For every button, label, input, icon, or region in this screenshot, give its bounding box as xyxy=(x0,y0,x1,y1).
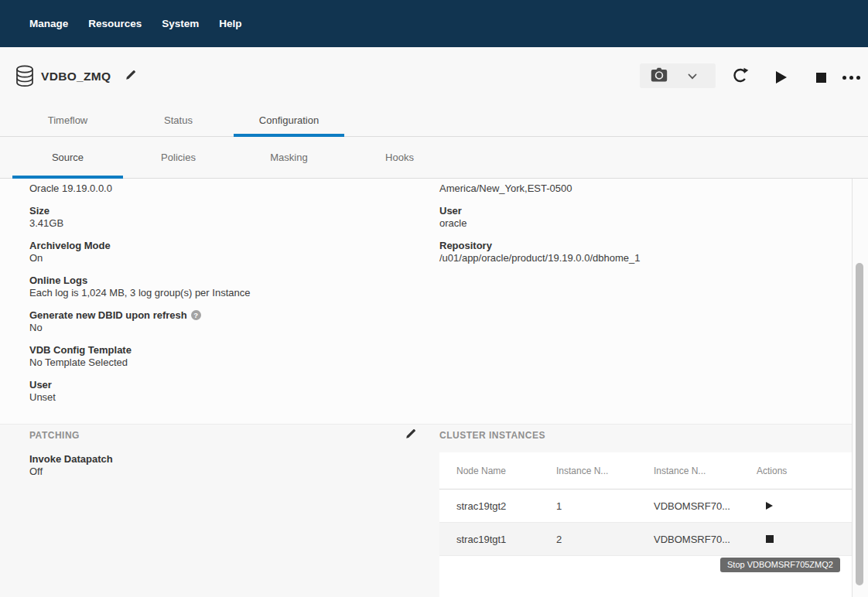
nav-item-resources[interactable]: Resources xyxy=(88,18,142,29)
patching-section-heading: PATCHING xyxy=(29,430,80,441)
stop-instance-button[interactable] xyxy=(766,535,774,543)
field-label: Repository xyxy=(439,240,826,252)
nav-item-help[interactable]: Help xyxy=(219,18,241,29)
app-window: Manage Resources System Help VDBO_ZMQ xyxy=(0,0,868,597)
field-size: Size 3.41GB xyxy=(29,205,401,230)
cell-node-name: strac19tgt2 xyxy=(456,500,556,512)
field-archivelog-mode: Archivelog Mode On xyxy=(29,240,401,264)
column-header-instance-name: Instance N... xyxy=(654,466,757,476)
secondary-tabbar: Source Policies Masking Hooks xyxy=(0,137,868,179)
column-header-node-name: Node Name xyxy=(456,466,556,476)
field-version: Oracle 19.19.0.0.0 xyxy=(29,183,401,195)
field-value: Unset xyxy=(29,391,401,404)
more-actions-button[interactable] xyxy=(839,66,863,89)
refresh-icon xyxy=(731,66,750,87)
field-timezone: America/New_York,EST-0500 xyxy=(439,183,826,195)
stop-instance-tooltip: Stop VDBOMSRF705ZMQ2 xyxy=(720,558,840,572)
field-invoke-datapatch: Invoke Datapatch Off xyxy=(29,453,113,478)
help-icon[interactable]: ? xyxy=(191,310,201,320)
play-icon xyxy=(766,502,773,510)
subtab-masking[interactable]: Masking xyxy=(234,137,344,178)
primary-tabbar: Timeflow Status Configuration xyxy=(0,104,868,137)
nav-item-manage[interactable]: Manage xyxy=(29,18,68,29)
stop-icon xyxy=(766,535,774,543)
stop-vdb-button[interactable] xyxy=(809,66,832,89)
page-chrome: VDBO_ZMQ xyxy=(0,47,868,179)
tab-status[interactable]: Status xyxy=(123,104,234,136)
cell-instance-name: VDBOMSRF70... xyxy=(654,500,757,512)
table-row: strac19tgt1 2 VDBOMSRF70... xyxy=(439,523,852,556)
field-value: Off xyxy=(29,466,113,478)
field-label: Size xyxy=(29,205,401,217)
field-vdb-config-template: VDB Config Template No Template Selected xyxy=(29,344,401,369)
field-label: User xyxy=(439,205,826,217)
field-value: Each log is 1,024 MB, 3 log group(s) per… xyxy=(29,287,401,299)
ellipsis-icon xyxy=(842,76,860,80)
cell-node-name: strac19tgt1 xyxy=(456,534,556,545)
scrollbar-track[interactable] xyxy=(852,179,868,597)
field-label: Generate new DBID upon refresh? xyxy=(29,309,401,322)
pencil-icon xyxy=(405,431,417,442)
subtab-hooks[interactable]: Hooks xyxy=(344,137,455,178)
refresh-button[interactable] xyxy=(729,65,752,88)
header-actions xyxy=(0,47,868,104)
field-generate-dbid: Generate new DBID upon refresh? No xyxy=(29,309,401,334)
scrollbar-thumb[interactable] xyxy=(856,263,863,585)
cluster-instances-table: Node Name Instance N... Instance N... Ac… xyxy=(439,452,852,597)
field-label: Archivelog Mode xyxy=(29,240,401,252)
field-value: /u01/app/oracle/product/19.19.0.0/dbhome… xyxy=(439,252,826,264)
start-vdb-button[interactable] xyxy=(770,66,793,89)
field-online-logs: Online Logs Each log is 1,024 MB, 3 log … xyxy=(29,275,401,299)
snapshot-button-group xyxy=(640,63,716,88)
stop-icon xyxy=(816,73,826,83)
field-value: Oracle 19.19.0.0.0 xyxy=(29,183,401,195)
field-value: 3.41GB xyxy=(29,217,401,230)
top-nav: Manage Resources System Help xyxy=(0,0,868,47)
details-left-column: Oracle 19.19.0.0.0 Size 3.41GB Archivelo… xyxy=(29,183,401,414)
field-value: No xyxy=(29,322,401,334)
table-row: strac19tgt2 1 VDBOMSRF70... xyxy=(439,490,852,523)
chevron-down-icon xyxy=(688,70,697,82)
snapshot-camera-button[interactable] xyxy=(640,63,668,88)
column-header-actions: Actions xyxy=(757,466,852,476)
table-header-row: Node Name Instance N... Instance N... Ac… xyxy=(439,452,852,490)
field-label: Online Logs xyxy=(29,275,401,287)
object-header: VDBO_ZMQ xyxy=(0,47,868,104)
cell-instance-name: VDBOMSRF70... xyxy=(654,534,757,545)
field-value: America/New_York,EST-0500 xyxy=(439,183,826,195)
field-user-left: User Unset xyxy=(29,379,401,404)
cluster-instances-heading: CLUSTER INSTANCES xyxy=(439,430,545,441)
details-right-column: America/New_York,EST-0500 User oracle Re… xyxy=(439,183,826,275)
field-value: No Template Selected xyxy=(29,356,401,369)
camera-icon xyxy=(651,67,668,84)
nav-item-system[interactable]: System xyxy=(162,18,199,29)
edit-patching-button[interactable] xyxy=(403,427,419,442)
cell-instance-number: 1 xyxy=(556,500,654,512)
cell-instance-number: 2 xyxy=(556,534,654,545)
subtab-policies[interactable]: Policies xyxy=(123,137,234,178)
snapshot-dropdown-button[interactable] xyxy=(688,63,697,88)
subtab-source[interactable]: Source xyxy=(12,137,123,178)
field-label: VDB Config Template xyxy=(29,344,401,356)
column-header-instance-number: Instance N... xyxy=(556,466,654,476)
tab-timeflow[interactable]: Timeflow xyxy=(12,104,123,136)
field-label: User xyxy=(29,379,401,391)
field-user-right: User oracle xyxy=(439,205,826,230)
tab-configuration[interactable]: Configuration xyxy=(234,104,344,136)
play-icon xyxy=(776,71,787,84)
field-value: oracle xyxy=(439,217,826,230)
source-details-panel: Oracle 19.19.0.0.0 Size 3.41GB Archivelo… xyxy=(0,179,852,424)
field-value: On xyxy=(29,252,401,264)
field-label: Invoke Datapatch xyxy=(29,453,113,466)
field-repository: Repository /u01/app/oracle/product/19.19… xyxy=(439,240,826,264)
start-instance-button[interactable] xyxy=(766,502,773,510)
